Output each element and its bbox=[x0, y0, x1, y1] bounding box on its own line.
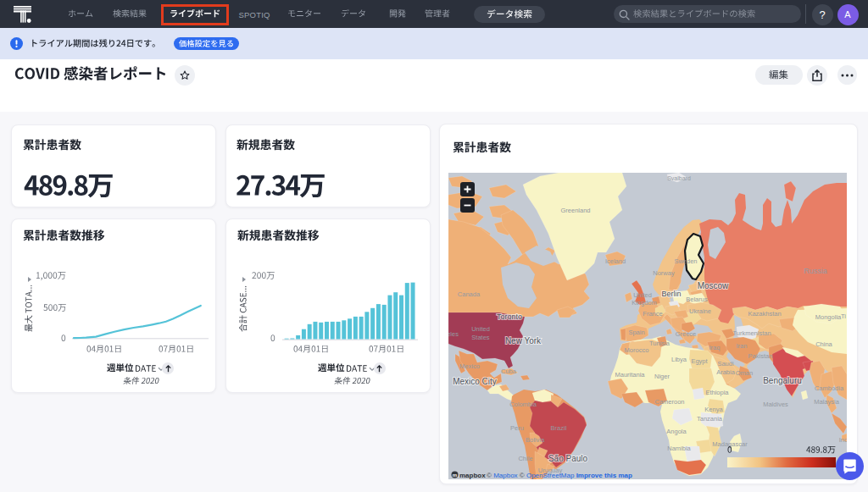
svg-text:Colombia: Colombia bbox=[509, 401, 537, 408]
svg-text:Berlin: Berlin bbox=[661, 290, 681, 298]
svg-text:mapbox: mapbox bbox=[459, 472, 486, 479]
svg-text:Iceland: Iceland bbox=[605, 257, 626, 265]
svg-text:Malaysia: Malaysia bbox=[814, 398, 839, 406]
svg-text:Sweden: Sweden bbox=[674, 257, 697, 265]
svg-text:Mexico City: Mexico City bbox=[453, 377, 497, 386]
svg-text:Kingdom: Kingdom bbox=[632, 299, 657, 307]
svg-text:Arabia: Arabia bbox=[716, 368, 736, 376]
svg-text:Bolivia: Bolivia bbox=[526, 436, 545, 444]
svg-text:Iraq: Iraq bbox=[709, 344, 721, 351]
svg-text:Cuba: Cuba bbox=[501, 368, 517, 375]
svg-text:Kenya: Kenya bbox=[704, 406, 723, 413]
svg-text:China: China bbox=[815, 340, 832, 348]
svg-text:Spain: Spain bbox=[628, 329, 644, 336]
svg-text:Peru: Peru bbox=[510, 424, 524, 432]
svg-text:Greenland: Greenland bbox=[560, 207, 590, 214]
svg-text:Norway: Norway bbox=[653, 269, 675, 277]
svg-text:Maldives: Maldives bbox=[763, 401, 788, 408]
svg-text:Saudi: Saudi bbox=[717, 360, 734, 368]
svg-text:France: France bbox=[643, 310, 662, 318]
svg-text:New York: New York bbox=[505, 336, 542, 346]
svg-text:Russia: Russia bbox=[804, 267, 827, 275]
svg-text:Svalbard: Svalbard bbox=[667, 175, 691, 181]
svg-text:Kazakhstan: Kazakhstan bbox=[748, 310, 781, 318]
svg-text:Cambodia: Cambodia bbox=[815, 384, 844, 392]
svg-text:© Mapbox © OpenStreetMap Impro: © Mapbox © OpenStreetMap Improve this ma… bbox=[487, 472, 632, 479]
svg-text:eles: eles bbox=[448, 330, 459, 338]
svg-text:Canada: Canada bbox=[458, 290, 481, 298]
svg-text:Ind: Ind bbox=[839, 436, 847, 444]
svg-text:m: m bbox=[453, 473, 457, 478]
svg-text:Belarus: Belarus bbox=[686, 296, 708, 303]
svg-text:Mauritania: Mauritania bbox=[615, 371, 645, 379]
svg-text:Greece: Greece bbox=[676, 330, 697, 338]
svg-text:Cameroon: Cameroon bbox=[654, 398, 684, 406]
svg-text:Tanzania: Tanzania bbox=[697, 415, 723, 423]
svg-text:Ethiopia: Ethiopia bbox=[705, 389, 729, 396]
svg-text:Bengaluru: Bengaluru bbox=[763, 376, 802, 385]
svg-text:Ukraine: Ukraine bbox=[689, 307, 711, 315]
svg-text:Moscow: Moscow bbox=[698, 281, 729, 290]
svg-text:Mexico: Mexico bbox=[459, 362, 480, 370]
svg-text:United: United bbox=[471, 325, 490, 333]
svg-text:Ti: Ti bbox=[841, 312, 846, 320]
svg-text:Oman: Oman bbox=[736, 369, 753, 377]
svg-text:Namibia: Namibia bbox=[667, 445, 691, 452]
svg-text:São Paulo: São Paulo bbox=[548, 454, 588, 463]
svg-text:Toronto: Toronto bbox=[497, 312, 522, 321]
svg-text:Tunisia: Tunisia bbox=[649, 340, 670, 347]
svg-text:Libya: Libya bbox=[671, 356, 687, 363]
svg-text:Mongolia: Mongolia bbox=[815, 313, 842, 321]
svg-text:Brazil: Brazil bbox=[551, 424, 567, 432]
svg-text:Egypt: Egypt bbox=[691, 357, 708, 365]
svg-text:Turkmenistan: Turkmenistan bbox=[732, 329, 771, 337]
svg-text:United: United bbox=[633, 291, 652, 299]
svg-text:Chile: Chile bbox=[518, 455, 532, 462]
svg-text:Morocco: Morocco bbox=[625, 346, 649, 354]
svg-text:Iran: Iran bbox=[737, 342, 748, 350]
svg-text:Pakistan: Pakistan bbox=[748, 352, 773, 360]
svg-text:States: States bbox=[471, 334, 490, 341]
svg-text:Niger: Niger bbox=[654, 373, 670, 380]
svg-text:Angola: Angola bbox=[666, 428, 687, 435]
